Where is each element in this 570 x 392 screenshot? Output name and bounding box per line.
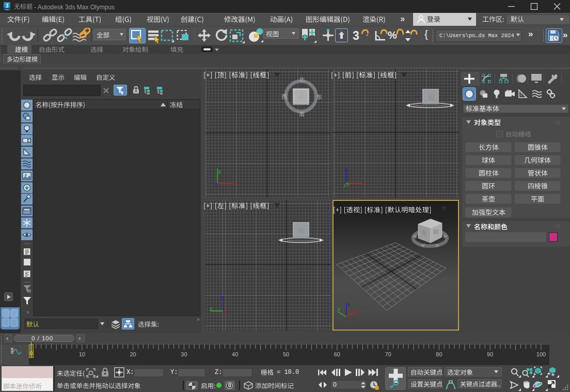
svg-text:90: 90 — [487, 351, 493, 357]
svg-text:x: x — [224, 310, 227, 315]
svg-text:z: z — [220, 295, 223, 300]
svg-text:y: y — [218, 169, 221, 174]
svg-text:y: y — [338, 306, 340, 311]
svg-text:y: y — [210, 306, 212, 311]
svg-text:x: x — [363, 181, 366, 186]
svg-text:70: 70 — [385, 351, 391, 357]
svg-text:30: 30 — [181, 351, 187, 357]
svg-text:80: 80 — [436, 351, 442, 357]
svg-text:20: 20 — [130, 351, 136, 357]
svg-text:100: 100 — [536, 351, 546, 357]
svg-text:50: 50 — [283, 351, 289, 357]
svg-text:60: 60 — [334, 351, 340, 357]
svg-text:x: x — [234, 181, 236, 186]
svg-text:z: z — [344, 167, 347, 173]
svg-text:x: x — [358, 308, 361, 313]
svg-text:z: z — [215, 182, 217, 187]
svg-text:z: z — [347, 302, 350, 307]
svg-text:10: 10 — [79, 351, 85, 357]
svg-text:MAX: MAX — [5, 8, 9, 11]
svg-text:y: y — [347, 181, 350, 186]
svg-text:40: 40 — [232, 351, 238, 357]
